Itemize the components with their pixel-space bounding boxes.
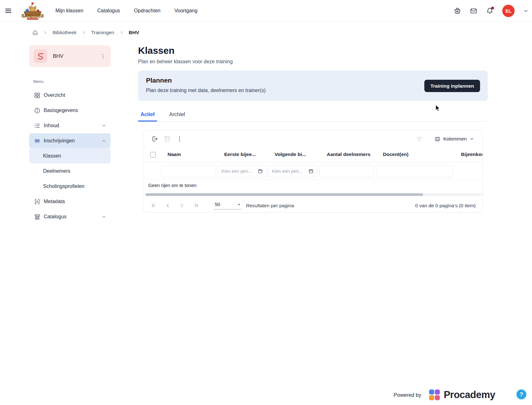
avatar[interactable]: EL [502,5,515,17]
date-placeholder: Kies een peri... [221,169,256,174]
sidebar-item-inhoud[interactable]: Inhoud [29,118,111,133]
breadcrumb: Bibliotheek Trainingen BHV [32,27,139,39]
last-page-icon[interactable] [193,203,199,208]
nav-mijn-klassen[interactable]: Mijn klassen [55,8,83,14]
export-icon[interactable] [151,135,158,142]
table-toolbar-right: Kolommen [416,136,474,142]
sidebar-item-inschrijvingen[interactable]: Inschrijvingen [29,133,111,148]
basket-icon[interactable] [454,7,461,15]
column-header-eerste-bijeenkomst[interactable]: Eerste bijee... [224,152,256,157]
tab-bar: Actief Archief [138,109,488,122]
sandbox-logo[interactable]: SANDBOX TESTOMGEVING [22,2,44,20]
nav-opdrachten[interactable]: Opdrachten [134,8,161,14]
column-header-bijeenkomsten[interactable]: Bijeenkom... [461,152,482,157]
tab-actief[interactable]: Actief [138,109,157,122]
course-menu-kebab-icon[interactable] [100,53,106,60]
training-inplannen-button[interactable]: Training inplannen [424,80,480,92]
page-title: Klassen [138,45,174,56]
filter-docenten-input[interactable] [376,165,453,177]
users-icon [34,138,41,144]
column-header-naam[interactable]: Naam [168,152,181,157]
filter-volgende-bijeenkomst-date[interactable]: Kies een peri... [269,165,317,177]
scrollbar-thumb[interactable] [146,193,423,196]
mail-icon[interactable] [470,7,477,15]
next-page-icon[interactable] [179,203,185,208]
main-navigation: Mijn klassen Catalogus Opdrachten Voortg… [55,0,198,22]
filter-aantal-deelnemers-input[interactable] [320,165,374,177]
scrollbar-track[interactable] [145,193,482,196]
plannen-banner: Plannen Plan deze training met data, dee… [138,71,488,101]
filter-eerste-bijeenkomst-date[interactable]: Kies een peri... [218,165,266,177]
sidebar-item-label: Metadata [44,199,65,204]
sidebar-item-label: Catalogus [44,214,66,220]
more-options-kebab-icon[interactable] [176,135,183,142]
notifications-bell-icon[interactable] [486,7,493,15]
pagination-bar: 50 Resultaten per pagina 0 van de 0 pagi… [144,198,482,213]
document-icon [34,198,41,205]
tab-archief[interactable]: Archief [168,109,186,121]
kolommen-dropdown[interactable]: Kolommen [434,136,474,142]
breadcrumb-separator-icon [120,31,124,34]
date-placeholder: Kies een peri... [272,169,307,174]
column-header-aantal-deelnemers[interactable]: Aantal deelnemers [327,152,370,157]
sidebar-item-metadata[interactable]: Metadata [29,194,111,209]
nav-catalogus[interactable]: Catalogus [97,8,120,14]
calendar-icon[interactable] [308,169,314,174]
sidebar-item-label: Inhoud [44,123,59,128]
per-page-label: Resultaten per pagina [246,203,294,209]
page: SANDBOX TESTOMGEVING Mijn klassen Catalo… [0,0,532,405]
sidebar-item-deelnemers[interactable]: Deelnemers [29,164,111,179]
table-toolbar: Kolommen [144,131,482,147]
sidebar-menu-label: Menu [33,79,44,84]
sidebar-item-overzicht[interactable]: Overzicht [29,88,111,103]
nav-voortgang[interactable]: Voortgang [174,8,198,14]
filter-naam-input[interactable] [161,165,216,177]
chevron-down-icon [470,137,474,141]
svg-text:TESTOMGEVING: TESTOMGEVING [27,18,38,20]
course-card[interactable]: BHV [29,45,111,67]
archive-icon[interactable] [164,135,171,142]
hamburger-menu-icon[interactable] [5,7,12,14]
storefront-icon [34,214,41,220]
breadcrumb-separator-icon [43,31,47,34]
table-header-row: Naam Eerste bijee... Volgende bi... Aant… [144,147,482,162]
page-subtitle: Plan en beheer klassen voor deze trainin… [138,59,233,65]
select-arrow-icon [237,203,241,206]
chevron-down-icon [102,215,106,219]
page-size-select[interactable]: 50 [213,202,241,209]
sidebar-item-scholingsprofielen[interactable]: Scholingsprofielen [29,179,111,194]
chevron-up-icon [102,139,106,143]
breadcrumb-bibliotheek[interactable]: Bibliotheek [53,30,77,35]
topbar-actions: EL [454,0,528,22]
breadcrumb-separator-icon [82,31,86,34]
table-filter-row: Kies een peri... Kies een peri... [144,162,482,180]
sidebar-item-label: Klassen [43,153,61,159]
sidebar-item-catalogus[interactable]: Catalogus [29,209,111,224]
breadcrumb-current: BHV [129,30,139,35]
banner-title: Plannen [146,77,172,84]
grid-icon [34,92,41,99]
sidebar-menu: Overzicht Basisgegevens Inhoud Inschrijv… [29,88,111,224]
list-icon [34,122,41,129]
breadcrumb-trainingen[interactable]: Trainingen [91,30,114,35]
previous-page-icon[interactable] [165,203,170,208]
empty-state-text: Geen rijen om te tonen [144,180,482,191]
column-header-docenten[interactable]: Docent(en) [383,152,408,157]
kolommen-label: Kolommen [443,136,467,142]
klassen-table-card: Kolommen Naam Eerste bijee... Volgende b… [143,130,483,213]
first-page-icon[interactable] [151,203,156,208]
sidebar-item-basisgegevens[interactable]: Basisgegevens [29,103,111,118]
select-all-checkbox[interactable] [150,152,156,158]
help-button[interactable]: ? [516,389,527,400]
sidebar-item-klassen[interactable]: Klassen [29,148,111,164]
sidebar-item-label: Deelnemers [43,168,70,174]
pagination-summary: 0 van de 0 pagina’s (0 item) [415,203,476,209]
home-icon[interactable] [32,30,38,35]
notification-badge [491,7,494,9]
account-chevron-down-icon[interactable] [523,9,528,13]
calendar-icon[interactable] [258,169,263,174]
chevron-down-icon [102,123,106,128]
filter-funnel-icon[interactable] [416,136,422,142]
column-header-volgende-bijeenkomst[interactable]: Volgende bi... [275,152,306,157]
svg-text:SANDBOX: SANDBOX [22,13,44,18]
